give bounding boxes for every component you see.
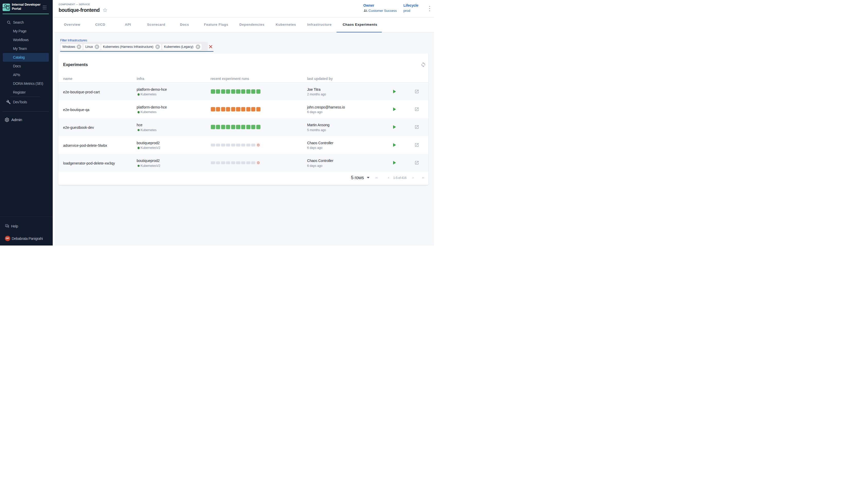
svg-text:?: ?: [6, 224, 7, 226]
